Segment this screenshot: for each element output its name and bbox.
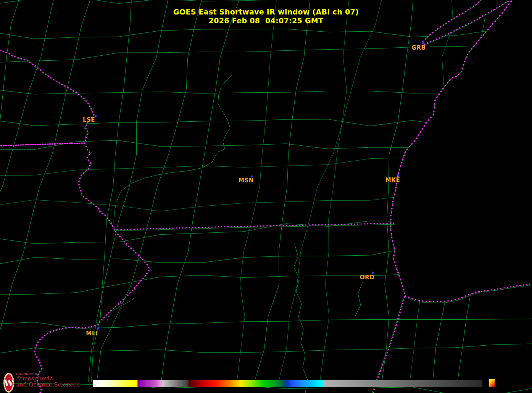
river-lines-layer <box>0 50 363 393</box>
enhancement-colorbar-end-block <box>489 379 495 387</box>
mississippi-river-border <box>0 50 149 393</box>
station-label-msn: MSN <box>239 177 254 184</box>
product-title: GOES East Shortwave IR window (ABI ch 07… <box>0 8 532 16</box>
station-dot-mli <box>97 327 99 329</box>
uw-crest-icon: W <box>3 372 15 393</box>
svg-text:W: W <box>4 378 14 388</box>
il-in-border-line <box>372 298 403 393</box>
wi-il-border <box>114 223 395 230</box>
station-label-grb: GRB <box>412 44 426 51</box>
mn-ia-border <box>1 143 85 146</box>
station-label-mli: MLI <box>86 330 98 337</box>
image-title-block: GOES East Shortwave IR window (ABI ch 07… <box>0 8 532 25</box>
des-plaines-river <box>355 282 363 317</box>
uw-aos-logo: W Department of Atmospheric and Oceanic … <box>3 372 79 393</box>
logo-atmospheric: Atmospheric <box>16 375 79 382</box>
image-timestamp: 2026 Feb 08 04:07:25 GMT <box>0 16 532 25</box>
station-label-lse: LSE <box>83 116 95 123</box>
satellite-image-viewport: GOES East Shortwave IR window (ABI ch 07… <box>0 0 532 393</box>
station-dot-ord <box>372 272 374 274</box>
iowa-creek <box>107 296 136 322</box>
station-label-ord: ORD <box>360 274 374 281</box>
wi-il-border-line <box>114 224 395 231</box>
wisconsin-river <box>114 75 232 229</box>
il-in-border <box>373 297 405 393</box>
station-dot-mke <box>397 174 399 176</box>
rock-river <box>294 244 308 393</box>
map-overlay-canvas <box>0 0 532 393</box>
station-label-mke: MKE <box>385 177 400 184</box>
logo-text: Department of Atmospheric and Oceanic Sc… <box>16 372 79 388</box>
enhancement-colorbar <box>93 380 490 387</box>
logo-oceanic-sciences: and Oceanic Sciences <box>16 382 79 388</box>
